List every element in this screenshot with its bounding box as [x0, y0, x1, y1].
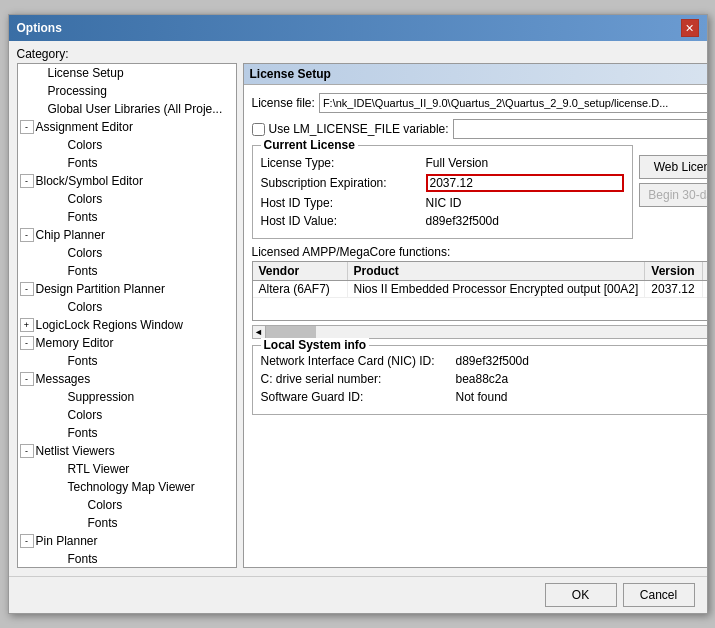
licensed-ampp-label: Licensed AMPP/MegaCore functions: — [252, 245, 451, 259]
web-license-update-button[interactable]: Web License Update — [639, 155, 706, 179]
tree-item-me-fonts[interactable]: Fonts — [18, 352, 236, 370]
tree-label: Colors — [68, 408, 103, 422]
tree-item-pin-planner[interactable]: - Pin Planner — [18, 532, 236, 550]
tree-label: Fonts — [68, 354, 98, 368]
table-row[interactable]: Altera (6AF7) Nios II Embedded Processor… — [253, 281, 707, 298]
col-version: Version — [645, 262, 703, 280]
tree-item-design-partition-planner[interactable]: - Design Partition Planner — [18, 280, 236, 298]
tree-toggle-me[interactable]: - — [20, 336, 34, 350]
tree-label: Suppression — [68, 390, 135, 404]
software-guard-label: Software Guard ID: — [261, 390, 456, 404]
tree-toggle-ll[interactable]: + — [20, 318, 34, 332]
software-guard-value: Not found — [456, 390, 707, 404]
tree-item-cp-colors[interactable]: Colors — [18, 244, 236, 262]
tree-item-rtl-viewer[interactable]: RTL Viewer — [18, 460, 236, 478]
tree-label: Colors — [88, 498, 123, 512]
tree-label: Colors — [68, 138, 103, 152]
tree-item-netlist-viewers[interactable]: - Netlist Viewers — [18, 442, 236, 460]
hscroll-thumb — [266, 326, 316, 338]
use-lm-checkbox[interactable] — [252, 123, 265, 136]
tree-item-pp-fonts[interactable]: Fonts — [18, 550, 236, 568]
license-file-input[interactable] — [319, 93, 707, 113]
subscription-value: 2037.12 — [426, 174, 625, 192]
dialog-footer: OK Cancel — [9, 576, 707, 613]
section-header: License Setup — [244, 64, 707, 85]
category-label: Category: — [9, 41, 707, 63]
tree-label: Colors — [68, 192, 103, 206]
main-area: License Setup Processing G — [9, 63, 707, 576]
cell-expiration: 31-dec-20... — [703, 281, 706, 297]
tree-item-nv-colors[interactable]: Colors — [18, 496, 236, 514]
tree-toggle-nv[interactable]: - — [20, 444, 34, 458]
host-id-value-value: d89ef32f500d — [426, 214, 625, 228]
drive-label: C: drive serial number: — [261, 372, 456, 386]
tree-label: Netlist Viewers — [36, 444, 115, 458]
tree-item-messages[interactable]: - Messages — [18, 370, 236, 388]
tree-item-dpp-colors[interactable]: Colors — [18, 298, 236, 316]
tree-item-ae-colors[interactable]: Colors — [18, 136, 236, 154]
nic-label: Network Interface Card (NIC) ID: — [261, 354, 456, 368]
cell-version: 2037.12 — [645, 281, 703, 297]
tree-item-processing[interactable]: Processing — [18, 82, 236, 100]
tree-item-msg-fonts[interactable]: Fonts — [18, 424, 236, 442]
current-license-title: Current License — [261, 138, 358, 152]
tree-item-chip-planner[interactable]: - Chip Planner — [18, 226, 236, 244]
close-button[interactable]: ✕ — [681, 19, 699, 37]
content-inner: License Setup License file: ... Use LM_L… — [243, 63, 707, 568]
lm-license-input[interactable] — [453, 119, 707, 139]
tree-item-msg-colors[interactable]: Colors — [18, 406, 236, 424]
ok-button[interactable]: OK — [545, 583, 617, 607]
tree-label: Chip Planner — [36, 228, 105, 242]
tree-label: Fonts — [68, 264, 98, 278]
tree-item-license-setup[interactable]: License Setup — [18, 64, 236, 82]
license-type-value: Full Version — [426, 156, 625, 170]
license-type-label: License Type: — [261, 156, 426, 170]
tree-label: License Setup — [48, 66, 124, 80]
tree-toggle-msg[interactable]: - — [20, 372, 34, 386]
tree-toggle-bse[interactable]: - — [20, 174, 34, 188]
grace-period-button[interactable]: Begin 30-day Grace Period — [639, 183, 706, 207]
options-dialog: Options ✕ Category: License Setup — [8, 14, 708, 614]
tree-toggle-assignment-editor[interactable]: - — [20, 120, 34, 134]
scroll-left-btn[interactable]: ◄ — [252, 325, 266, 339]
tree-label: Global User Libraries (All Proje... — [48, 102, 223, 116]
tree-item-memory-editor[interactable]: - Memory Editor — [18, 334, 236, 352]
col-expiration: Expiration — [703, 262, 706, 280]
tree-label: Fonts — [68, 426, 98, 440]
title-bar: Options ✕ — [9, 15, 707, 41]
cancel-button[interactable]: Cancel — [623, 583, 695, 607]
tree-item-ae-fonts[interactable]: Fonts — [18, 154, 236, 172]
tree-item-global-user-libraries[interactable]: Global User Libraries (All Proje... — [18, 100, 236, 118]
tree-label: Colors — [68, 246, 103, 260]
tree-label: Fonts — [68, 156, 98, 170]
tree-label: Pin Planner — [36, 534, 98, 548]
host-id-type-label: Host ID Type: — [261, 196, 426, 210]
tree-label: Fonts — [68, 210, 98, 224]
tree-label: RTL Viewer — [68, 462, 130, 476]
tree-label: Technology Map Viewer — [68, 480, 195, 494]
table-header: Vendor Product Version Expiration — [253, 262, 707, 281]
tree-item-block-symbol-editor[interactable]: - Block/Symbol Editor — [18, 172, 236, 190]
tree-label: LogicLock Regions Window — [36, 318, 183, 332]
tree-item-bse-colors[interactable]: Colors — [18, 190, 236, 208]
tree-label: Fonts — [68, 552, 98, 566]
host-id-type-value: NIC ID — [426, 196, 625, 210]
tree-item-assignment-editor[interactable]: - Assignment Editor — [18, 118, 236, 136]
drive-value: bea88c2a — [456, 372, 707, 386]
subscription-label: Subscription Expiration: — [261, 176, 426, 190]
tree-item-msg-suppression[interactable]: Suppression — [18, 388, 236, 406]
licensed-functions-table: Vendor Product Version Expiration Altera… — [252, 261, 707, 321]
hscroll-track[interactable] — [266, 325, 707, 339]
tree-item-cp-fonts[interactable]: Fonts — [18, 262, 236, 280]
col-vendor: Vendor — [253, 262, 348, 280]
tree-toggle-cp[interactable]: - — [20, 228, 34, 242]
tree-label: Processing — [48, 84, 107, 98]
tree-item-logiclock[interactable]: + LogicLock Regions Window — [18, 316, 236, 334]
tree-label: Assignment Editor — [36, 120, 133, 134]
tree-item-bse-fonts[interactable]: Fonts — [18, 208, 236, 226]
tree-toggle-dpp[interactable]: - — [20, 282, 34, 296]
tree-toggle-pp[interactable]: - — [20, 534, 34, 548]
tree-item-tech-map-viewer[interactable]: Technology Map Viewer — [18, 478, 236, 496]
use-lm-label: Use LM_LICENSE_FILE variable: — [269, 122, 449, 136]
tree-item-nv-fonts[interactable]: Fonts — [18, 514, 236, 532]
